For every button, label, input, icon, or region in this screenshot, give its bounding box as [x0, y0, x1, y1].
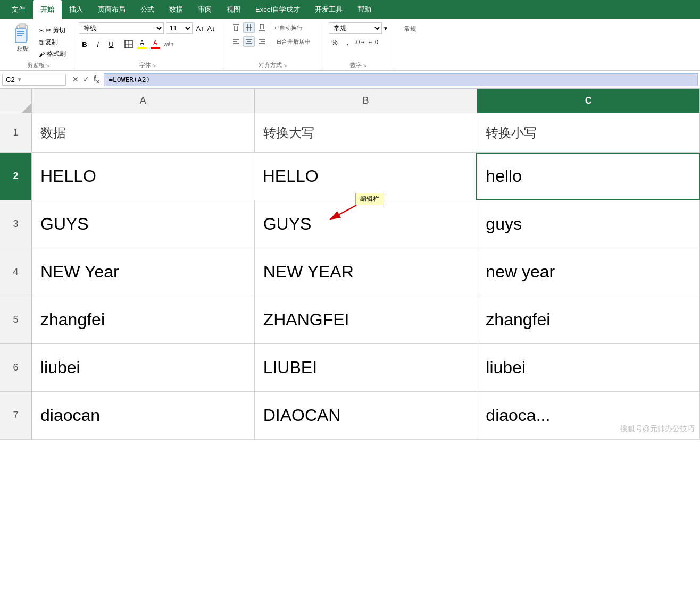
number-expand-icon[interactable]: ↘: [363, 63, 367, 68]
svg-rect-1: [19, 24, 26, 28]
cell-a7[interactable]: diaocan: [32, 392, 255, 439]
number-format-select[interactable]: 常规: [329, 22, 382, 34]
tab-help[interactable]: 帮助: [350, 0, 379, 19]
confirm-formula-button[interactable]: ✓: [82, 74, 90, 85]
ribbon-content: 粘贴 ✂ ✂ 剪切 ⧉ 复制 🖌: [0, 19, 700, 71]
cancel-formula-button[interactable]: ✕: [71, 74, 80, 85]
cell-c5[interactable]: zhangfei: [477, 296, 700, 343]
clipboard-expand-icon[interactable]: ↘: [46, 63, 50, 68]
cell-c2[interactable]: hello: [476, 153, 700, 200]
align-separator2: [270, 37, 270, 46]
svg-rect-4: [17, 33, 24, 34]
font-extra-button[interactable]: wén: [163, 38, 174, 50]
merge-icon: ⊞: [277, 38, 281, 45]
cell-b1[interactable]: 转换大写: [255, 113, 478, 152]
increase-font-size-button[interactable]: A↑: [195, 23, 205, 33]
tab-insert[interactable]: 插入: [62, 0, 90, 19]
col-header-b[interactable]: B: [255, 89, 478, 113]
align-expand-icon[interactable]: ↘: [283, 63, 287, 68]
comma-button[interactable]: ,: [341, 36, 353, 48]
align-left-button[interactable]: [230, 36, 242, 47]
row-num-6: 6: [0, 344, 32, 391]
decrease-font-size-button[interactable]: A↓: [206, 23, 216, 33]
align-top-icon: [232, 23, 240, 32]
vertical-align-row: ↵ 自动换行: [230, 22, 304, 33]
formula-input-box[interactable]: =LOWER(A2): [104, 73, 698, 86]
tab-file[interactable]: 文件: [4, 0, 33, 19]
row-num-2: 2: [0, 153, 32, 200]
border-button[interactable]: [123, 38, 135, 50]
cell-a2[interactable]: HELLO: [32, 153, 254, 200]
table-row: 6 liubei LIUBEI liubei: [0, 344, 700, 392]
cell-ref-dropdown-icon[interactable]: ▼: [17, 77, 22, 82]
cell-c3[interactable]: guys: [477, 200, 700, 248]
col-header-a[interactable]: A: [32, 89, 255, 113]
bold-button[interactable]: B: [79, 38, 90, 50]
cell-a5[interactable]: zhangfei: [32, 296, 255, 343]
format-display: 常规: [402, 22, 419, 36]
cell-b4[interactable]: NEW YEAR: [255, 248, 478, 296]
spreadsheet: A B C 1 数据 转换大写 转换小写 2 HELLO HELLO hello…: [0, 89, 700, 440]
italic-button[interactable]: I: [92, 38, 104, 50]
align-center-button[interactable]: [243, 36, 255, 47]
align-right-button[interactable]: [256, 36, 268, 47]
align-middle-button[interactable]: [243, 22, 255, 33]
copy-icon: ⧉: [39, 39, 44, 46]
number-format-expand-icon[interactable]: ▼: [383, 26, 388, 31]
ribbon: 文件 开始 插入 页面布局 公式 数据 审阅 视图 Excel自学成才 开发工具…: [0, 0, 700, 71]
cell-c1[interactable]: 转换小写: [477, 113, 700, 152]
cell-a6[interactable]: liubei: [32, 344, 255, 391]
col-header-c[interactable]: C: [477, 89, 700, 113]
clipboard-label: 剪贴板 ↘: [27, 61, 50, 69]
cell-a4[interactable]: NEW Year: [32, 248, 255, 296]
tab-page-layout[interactable]: 页面布局: [90, 0, 133, 19]
align-label: 对齐方式 ↘: [259, 61, 287, 69]
number-label: 数字 ↘: [350, 61, 367, 69]
tab-formulas[interactable]: 公式: [133, 0, 162, 19]
tab-data[interactable]: 数据: [162, 0, 190, 19]
tab-home[interactable]: 开始: [33, 0, 62, 19]
tab-view[interactable]: 视图: [219, 0, 248, 19]
decrease-decimal-button[interactable]: ←.0: [367, 36, 379, 48]
fill-color-button[interactable]: A: [136, 38, 148, 50]
cell-a1[interactable]: 数据: [32, 113, 255, 152]
cell-b3[interactable]: GUYS: [255, 200, 478, 248]
cell-b5[interactable]: ZHANGFEI: [255, 296, 478, 343]
increase-decimal-button[interactable]: .0→: [354, 36, 366, 48]
cut-button[interactable]: ✂ ✂ 剪切: [37, 26, 68, 36]
table-row: 2 HELLO HELLO hello: [0, 153, 700, 200]
formula-bar: C2 ▼ ✕ ✓ fx =LOWER(A2): [0, 71, 700, 89]
wrap-text-button[interactable]: ↵ 自动换行: [272, 22, 304, 33]
font-size-select[interactable]: 11: [166, 22, 193, 34]
font-color-button[interactable]: A: [149, 38, 161, 50]
percent-button[interactable]: %: [329, 36, 340, 48]
cell-b7[interactable]: DIAOCAN: [255, 392, 478, 439]
grid-body: 1 数据 转换大写 转换小写 2 HELLO HELLO hello 3 GUY…: [0, 113, 700, 440]
font-name-select[interactable]: 等线: [79, 22, 164, 34]
copy-button[interactable]: ⧉ 复制: [37, 37, 68, 47]
cell-b6[interactable]: LIUBEI: [255, 344, 478, 391]
font-format-row: B I U A: [79, 38, 174, 50]
align-bottom-button[interactable]: [256, 22, 268, 33]
underline-button[interactable]: U: [105, 38, 117, 50]
red-arrow-indicator: [319, 203, 362, 224]
format-painter-button[interactable]: 🖌 格式刷: [37, 49, 68, 59]
formula-bar-tooltip: 编辑栏: [355, 193, 384, 205]
font-group: 等线 11 A↑ A↓ B I U: [73, 21, 222, 69]
cell-c4[interactable]: new year: [477, 248, 700, 296]
tab-review[interactable]: 审阅: [190, 0, 219, 19]
paste-button[interactable]: 粘贴: [10, 22, 36, 54]
align-bottom-icon: [257, 23, 266, 32]
separator: [120, 39, 120, 49]
tab-excel-learn[interactable]: Excel自学成才: [248, 0, 307, 19]
merge-cells-button[interactable]: ⊞ 合并后居中: [272, 36, 315, 47]
cell-a3[interactable]: GUYS: [32, 200, 255, 248]
insert-function-button[interactable]: fx: [93, 73, 101, 86]
tab-developer[interactable]: 开发工具: [307, 0, 350, 19]
font-expand-icon[interactable]: ↘: [152, 63, 156, 68]
align-top-button[interactable]: [230, 22, 242, 33]
ribbon-tab-bar: 文件 开始 插入 页面布局 公式 数据 审阅 视图 Excel自学成才 开发工具…: [0, 0, 700, 19]
cell-c6[interactable]: liubei: [477, 344, 700, 391]
table-row: 7 diaocan DIAOCAN diaoca... 搜狐号@元帅办公技巧: [0, 392, 700, 440]
cell-reference-box[interactable]: C2 ▼: [2, 74, 66, 86]
